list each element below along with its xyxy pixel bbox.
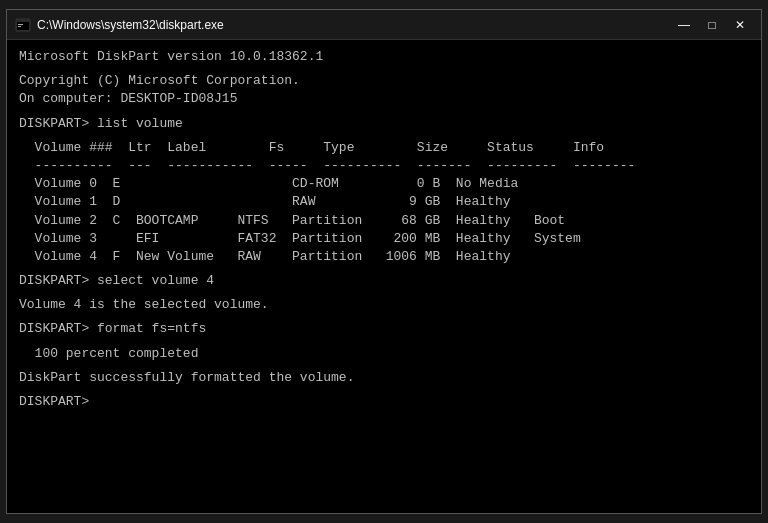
window-controls: — □ ✕ <box>671 15 753 35</box>
prompt3: DISKPART> format fs=ntfs <box>19 320 749 338</box>
select-msg: Volume 4 is the selected volume. <box>19 296 749 314</box>
title-bar: C:\Windows\system32\diskpart.exe — □ ✕ <box>7 10 761 40</box>
prompt1: DISKPART> list volume <box>19 115 749 133</box>
svg-rect-4 <box>18 26 21 27</box>
svg-rect-3 <box>18 24 23 25</box>
close-button[interactable]: ✕ <box>727 15 753 35</box>
volume-table: Volume 0 E CD-ROM 0 B No Media Volume 1 … <box>19 175 749 266</box>
col-divider: ---------- --- ----------- ----- -------… <box>19 157 749 175</box>
volume-row-4: Volume 4 F New Volume RAW Partition 1006… <box>19 248 749 266</box>
diskpart-window: C:\Windows\system32\diskpart.exe — □ ✕ M… <box>6 9 762 514</box>
maximize-button[interactable]: □ <box>699 15 725 35</box>
volume-row-1: Volume 1 D RAW 9 GB Healthy <box>19 193 749 211</box>
terminal-body: Microsoft DiskPart version 10.0.18362.1 … <box>7 40 761 513</box>
copyright-line: Copyright (C) Microsoft Corporation. <box>19 72 749 90</box>
volume-row-2: Volume 2 C BOOTCAMP NTFS Partition 68 GB… <box>19 212 749 230</box>
app-icon <box>15 17 31 33</box>
prompt4: DISKPART> <box>19 393 749 411</box>
window-title: C:\Windows\system32\diskpart.exe <box>37 18 671 32</box>
computer-line: On computer: DESKTOP-ID08J15 <box>19 90 749 108</box>
minimize-button[interactable]: — <box>671 15 697 35</box>
format-progress: 100 percent completed <box>19 345 749 363</box>
svg-rect-2 <box>17 19 29 22</box>
volume-row-3: Volume 3 EFI FAT32 Partition 200 MB Heal… <box>19 230 749 248</box>
col-headers: Volume ### Ltr Label Fs Type Size Status… <box>19 139 749 157</box>
version-line: Microsoft DiskPart version 10.0.18362.1 <box>19 48 749 66</box>
prompt2: DISKPART> select volume 4 <box>19 272 749 290</box>
format-success: DiskPart successfully formatted the volu… <box>19 369 749 387</box>
volume-row-0: Volume 0 E CD-ROM 0 B No Media <box>19 175 749 193</box>
